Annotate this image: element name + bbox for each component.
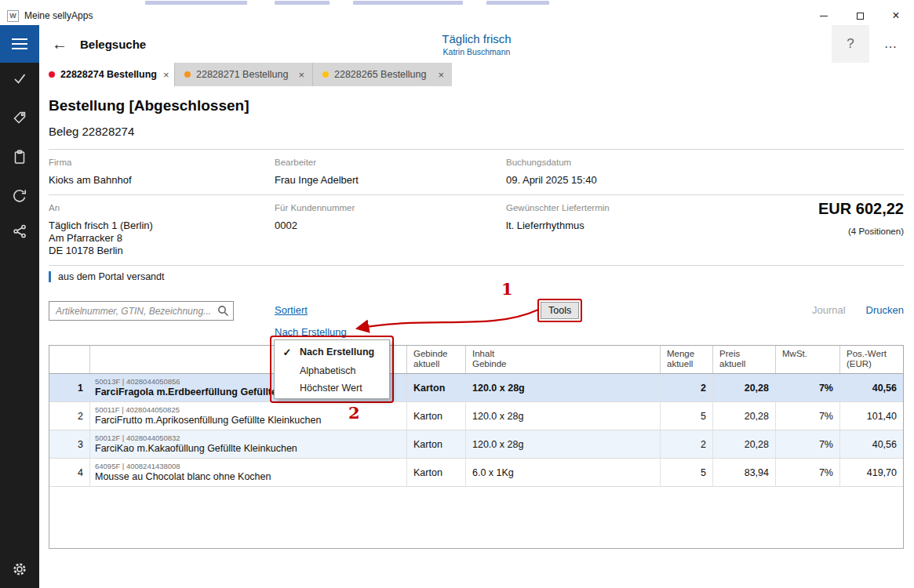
cell-inhalt: 6.0 x 1Kg [466,459,661,486]
cell-wert: 101,40 [840,402,903,430]
cell-article: 50012F | 4028044050832 FarciKao m.Kakaof… [90,430,407,458]
field-liefertermin: Gewünschter Liefertermin lt. Lieferrhyth… [506,203,741,257]
sortiert-link[interactable]: Sortiert [275,304,308,316]
search-icon[interactable] [217,305,229,317]
address-line: Täglich frisch 1 (Berlin) [49,220,275,232]
article-name: FarciKao m.Kakaofüllung Gefüllte Kleinku… [95,443,297,455]
check-icon[interactable] [12,71,27,86]
total-amount: EUR 602,22 [741,200,904,218]
cell-preis: 83,94 [713,459,776,486]
cell-gebinde: Karton [407,374,466,401]
cell-wert: 40,56 [840,374,903,401]
tab-close-icon[interactable]: × [298,69,304,81]
document-tabbar: 22828274 Bestellung × 22828271 Bestellun… [39,63,914,86]
tab-beleg-22828274[interactable]: 22828274 Bestellung × [39,63,174,86]
field-value: Kioks am Bahnhof [49,174,275,186]
cell-mwst: 7% [776,374,840,401]
note-accent-bar [49,271,51,282]
article-code: 50011F | 4028044050825 [95,405,180,415]
tab-beleg-22828265[interactable]: 22828265 Bestellung × [312,63,452,86]
app-window: W Meine sellyApps × ← Belegsuche Täglich… [0,0,914,588]
column-header-wert: Pos.-Wert (EUR) [840,346,903,373]
document-number: Beleg 22828274 [49,125,134,138]
column-header-gebinde: Gebinde aktuell [407,346,466,373]
column-header-preis: Preis aktuell [713,346,776,373]
field-value: 0002 [275,220,506,231]
position-count: (4 Positionen) [741,227,904,236]
tab-label: 22828265 Bestellung [334,69,426,80]
drucken-button[interactable]: Drucken [866,304,904,316]
search-input[interactable] [49,301,234,321]
cropped-text-fragment [486,1,549,5]
hamburger-icon [12,38,27,40]
table-row[interactable]: 3 50012F | 4028044050832 FarciKao m.Kaka… [49,430,903,459]
tab-status-dot [322,71,329,78]
document-title: Bestellung [Abgeschlossen] [49,97,249,114]
annotation-box-sort-menu: ✓ Nach Erstellung Alphabetisch Höchster … [270,336,394,403]
help-button[interactable]: ? [832,25,869,63]
cell-preis: 20,28 [713,374,776,401]
app-header: ← Belegsuche Täglich frisch Katrin Busch… [0,25,914,63]
minimize-button[interactable] [806,6,842,25]
tab-status-dot [49,71,55,78]
tab-status-dot [184,71,191,78]
sync-icon[interactable] [12,188,27,204]
menu-item-alphabetisch[interactable]: Alphabetisch [275,362,389,379]
tools-button[interactable]: Tools [541,302,579,319]
hamburger-menu-button[interactable] [0,25,39,63]
field-label: Firma [49,158,275,167]
cell-article: 64095F | 4008241438008 Mousse au Chocola… [90,459,407,486]
menu-item-nach-erstellung[interactable]: ✓ Nach Erstellung [275,342,389,362]
document-actions: Journal Drucken [812,304,904,316]
annotation-step-2: 2 [348,403,360,423]
menu-item-hoechster-wert[interactable]: Höchster Wert [275,379,389,397]
tag-icon[interactable] [12,110,27,125]
settings-icon[interactable] [12,561,27,577]
close-button[interactable]: × [878,6,914,25]
cell-nr: 4 [49,459,90,486]
maximize-button[interactable] [842,6,878,25]
account-block: Täglich frisch Katrin Buschmann [39,25,914,63]
field-bearbeiter: Bearbeiter Frau Inge Adelbert [275,158,506,186]
window-title: Meine sellyApps [24,10,93,21]
tab-close-icon[interactable]: × [438,69,444,81]
tab-label: 22828274 Bestellung [60,69,157,80]
cropped-text-fragment [353,1,463,5]
share-icon[interactable] [12,223,27,239]
cell-preis: 20,28 [713,430,776,458]
table-row[interactable]: 2 50011F | 4028044050825 FarciFrutto m.A… [49,402,903,430]
checkmark-icon: ✓ [275,347,300,358]
account-name: Täglich frisch [442,32,511,45]
sidebar [0,63,39,588]
tab-beleg-22828271[interactable]: 22828271 Bestellung × [174,63,312,86]
cell-nr: 1 [49,374,90,401]
more-options-button[interactable]: … [872,25,910,63]
field-value: 09. April 2025 15:40 [506,174,904,186]
field-label: Buchungsdatum [506,158,904,167]
cell-menge: 2 [661,374,713,401]
column-header-mwst: MwSt. [776,346,840,373]
cell-menge: 5 [661,459,713,486]
column-header-nr [49,346,90,373]
table-row[interactable]: 1 50013F | 4028044050856 FarciFragola m.… [49,374,903,402]
journal-button[interactable]: Journal [812,304,846,316]
window-controls: × [806,6,914,25]
table-empty-area [49,487,903,548]
document-total-block: EUR 602,22 (4 Positionen) [741,200,904,257]
divider [49,265,904,266]
tab-close-icon[interactable]: × [163,69,169,81]
field-value: Frau Inge Adelbert [275,174,506,186]
clipboard-icon[interactable] [12,149,27,165]
address-line: Am Pfarracker 8 [49,232,275,245]
tab-label: 22828271 Bestellung [196,69,288,80]
sort-dropdown-menu: ✓ Nach Erstellung Alphabetisch Höchster … [274,339,390,399]
cell-mwst: 7% [776,402,840,430]
table-header-row: Gebinde aktuell Inhalt Gebinde Menge akt… [49,346,903,374]
table-row[interactable]: 4 64095F | 4008241438008 Mousse au Choco… [49,459,903,487]
menu-item-label: Nach Erstellung [300,347,374,358]
annotation-box-tools: Tools [537,299,582,322]
divider [49,149,904,150]
field-label: Bearbeiter [275,158,506,167]
cropped-text-fragment [145,1,247,5]
account-user: Katrin Buschmann [443,47,511,56]
